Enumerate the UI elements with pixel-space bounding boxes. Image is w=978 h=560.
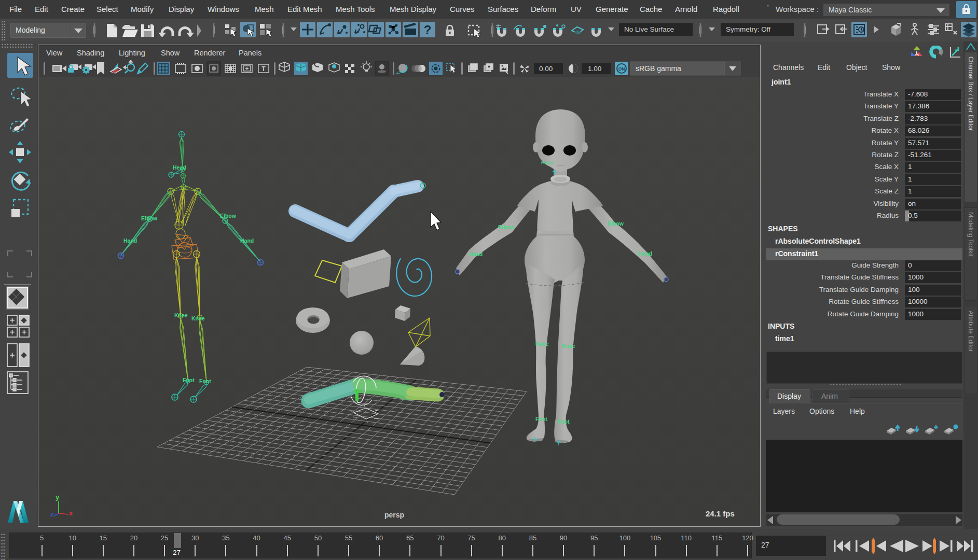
svg-text:Foot: Foot: [535, 416, 547, 422]
svg-text:ON: ON: [618, 66, 625, 72]
svg-text:Elbow: Elbow: [220, 213, 237, 219]
svg-text:Elbow: Elbow: [608, 220, 624, 227]
svg-text:Knee: Knee: [562, 343, 575, 349]
svg-text:?: ?: [424, 23, 432, 37]
svg-text:Head: Head: [541, 160, 553, 165]
svg-text:Elbow: Elbow: [498, 224, 515, 230]
svg-text:Knee: Knee: [191, 315, 205, 321]
svg-text:T: T: [261, 65, 266, 73]
svg-text:Knee: Knee: [174, 312, 188, 318]
svg-text:Foot: Foot: [183, 377, 195, 383]
svg-text:Knee: Knee: [535, 341, 549, 347]
svg-text:Foot: Foot: [558, 418, 570, 425]
svg-text:sRGB gamma: sRGB gamma: [636, 64, 681, 73]
svg-text:Hand: Hand: [469, 251, 483, 257]
svg-text:Hand: Hand: [123, 237, 137, 244]
svg-text:0.00: 0.00: [539, 65, 553, 73]
svg-text:y: y: [56, 493, 60, 501]
svg-text:1.00: 1.00: [588, 65, 601, 73]
svg-text:Hand: Hand: [240, 237, 254, 244]
svg-text:Foot: Foot: [199, 378, 211, 384]
svg-text:Head: Head: [173, 164, 186, 171]
svg-text:Elbow: Elbow: [141, 215, 158, 221]
svg-text:x: x: [69, 509, 73, 517]
svg-text:Hand: Hand: [639, 250, 652, 257]
svg-text:z: z: [50, 510, 54, 518]
